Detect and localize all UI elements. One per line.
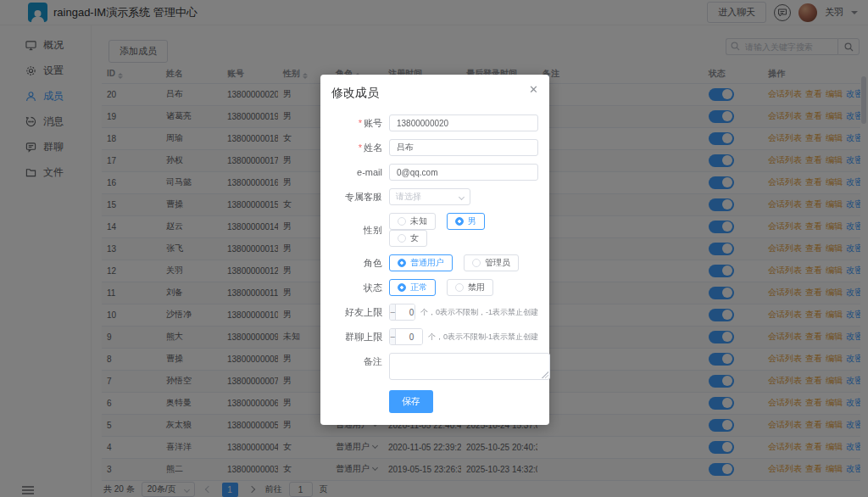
radio-label: 未知: [410, 215, 427, 227]
gender-label: 性别: [331, 221, 382, 238]
required-asterisk: *: [359, 118, 362, 128]
radio-label: 管理员: [485, 257, 510, 269]
decrease-icon[interactable]: −: [390, 329, 396, 344]
gender-radio-group: 未知男女: [389, 213, 538, 247]
radio-icon: [398, 283, 406, 292]
status-option[interactable]: 正常: [389, 279, 436, 296]
required-asterisk: *: [359, 142, 362, 153]
radio-icon: [398, 217, 406, 226]
account-input[interactable]: [389, 114, 538, 131]
decrease-icon[interactable]: −: [390, 304, 396, 320]
service-placeholder: 请选择: [396, 191, 421, 203]
radio-label: 男: [468, 215, 476, 227]
radio-label: 正常: [410, 282, 427, 293]
group-limit-hint: 个，0表示不限制-1表示禁止创建: [428, 332, 538, 343]
status-label: 状态: [331, 279, 382, 296]
service-label: 专属客服: [331, 188, 382, 205]
edit-member-modal: 修改成员 ✕ *账号 *姓名 e-mail 专属客服 请选择: [320, 75, 549, 425]
friend-limit-hint: 个，0表示不限制，-1表示禁止创建: [420, 307, 538, 318]
radio-icon: [455, 283, 464, 292]
friend-limit-stepper: − +: [389, 304, 415, 321]
account-label: *账号: [331, 114, 382, 131]
radio-icon: [398, 234, 406, 243]
name-input[interactable]: [389, 139, 538, 156]
radio-label: 禁用: [468, 282, 485, 293]
modal-title: 修改成员: [331, 86, 538, 101]
status-radio-group: 正常禁用: [389, 279, 504, 296]
radio-label: 女: [410, 232, 419, 244]
gender-option[interactable]: 男: [447, 213, 485, 230]
save-button[interactable]: 保存: [389, 390, 433, 413]
gender-option[interactable]: 未知: [389, 213, 436, 230]
email-input[interactable]: [389, 164, 538, 181]
role-option[interactable]: 普通用户: [389, 254, 453, 271]
gender-option[interactable]: 女: [389, 230, 427, 247]
role-option[interactable]: 管理员: [464, 254, 519, 271]
service-select[interactable]: 请选择: [389, 188, 470, 205]
friend-limit-input[interactable]: [396, 304, 415, 320]
radio-label: 普通用户: [410, 257, 444, 269]
radio-icon: [455, 217, 464, 226]
role-radio-group: 普通用户管理员: [389, 254, 530, 271]
edit-member-form: *账号 *姓名 e-mail 专属客服 请选择 性别 未知男女: [331, 114, 538, 413]
chevron-down-icon: [459, 193, 465, 199]
remark-textarea[interactable]: [389, 353, 550, 380]
group-limit-label: 群聊上限: [331, 328, 382, 345]
resize-handle-icon[interactable]: [542, 371, 548, 378]
group-limit-stepper: − +: [389, 328, 423, 345]
role-label: 角色: [331, 254, 382, 271]
name-label: *姓名: [331, 139, 382, 156]
friend-limit-label: 好友上限: [331, 304, 382, 321]
remark-label: 备注: [331, 353, 382, 370]
radio-icon: [472, 259, 481, 267]
group-limit-input[interactable]: [396, 329, 423, 344]
radio-icon: [398, 259, 406, 267]
app-root: raingad-IM演示系统 管理中心 进入聊天 关羽 概况设置成员消息群聊文件…: [0, 0, 868, 497]
status-option[interactable]: 禁用: [447, 279, 493, 296]
email-label: e-mail: [331, 164, 382, 181]
close-icon[interactable]: ✕: [529, 83, 538, 96]
